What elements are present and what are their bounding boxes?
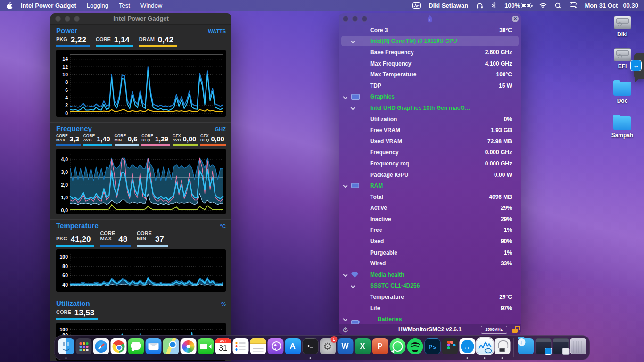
chevron-down-icon[interactable]: [343, 317, 348, 321]
hwmonitor-row[interactable]: Intel(R) Core(TM) i3-10110U CPU: [339, 36, 521, 47]
dock-item-reminders[interactable]: [232, 338, 249, 354]
dock-item-minimized-window[interactable]: [552, 338, 570, 354]
close-icon[interactable]: ✕: [512, 16, 519, 22]
chevron-down-icon[interactable]: [351, 283, 355, 288]
search-icon[interactable]: [555, 2, 561, 9]
svg-text:10: 10: [62, 72, 68, 77]
hwmonitor-row[interactable]: Base Frequency2.600 GHz: [339, 47, 521, 58]
hwmonitor-row[interactable]: SSSTC CL1-4D256: [339, 280, 521, 292]
hwmonitor-row[interactable]: Frequency0.000 GHz: [339, 147, 521, 158]
dock-item-launchpad[interactable]: [75, 338, 92, 354]
hwmonitor-row[interactable]: Frequency req0.000 GHz: [339, 158, 521, 169]
hwmonitor-row[interactable]: Free VRAM1.93 GB: [339, 124, 521, 136]
hwmonitor-row[interactable]: Graphics: [339, 91, 521, 103]
hwmonitor-row[interactable]: Utilization0%: [339, 114, 521, 125]
headphones-icon[interactable]: [476, 2, 483, 9]
control-center-icon[interactable]: [570, 2, 577, 8]
dock-item-facetime[interactable]: [197, 338, 215, 354]
power-gadget-menu-icon[interactable]: [412, 2, 421, 9]
chevron-down-icon[interactable]: [343, 183, 348, 188]
dock-item-trash[interactable]: [570, 338, 587, 354]
menu-window[interactable]: Window: [135, 2, 167, 9]
desktop-icon-label: Diki: [617, 31, 627, 38]
microsoft-excel-icon: X: [355, 338, 371, 354]
menu-user-name[interactable]: Diki Setiawan: [429, 2, 468, 9]
hwmonitor-row[interactable]: Wired33%: [339, 258, 521, 269]
hwmonitor-row[interactable]: Batteries: [339, 313, 521, 324]
wifi-icon[interactable]: [539, 3, 547, 8]
teamviewer-edge-popup[interactable]: ↔: [634, 53, 644, 79]
dock-item-whatsapp[interactable]: [389, 338, 406, 354]
pg-stat-dram: DRAM0,42: [139, 36, 177, 47]
dock-item-maps[interactable]: [162, 338, 180, 354]
folder-icon: [613, 82, 631, 96]
hwmonitor-row[interactable]: Intel UHD Graphics 10th Gen macO…: [339, 102, 521, 114]
gear-icon[interactable]: ⚙: [342, 326, 348, 333]
hwmonitor-row[interactable]: Purgeable1%: [339, 247, 521, 258]
hwmonitor-row[interactable]: Free1%: [339, 225, 521, 236]
hwmonitor-row[interactable]: Inactive29%: [339, 214, 521, 225]
dock-item-downloads-folder[interactable]: ↓: [517, 338, 535, 354]
dock-item-microsoft-powerpoint[interactable]: P: [372, 338, 389, 354]
dock-item-safari[interactable]: [92, 338, 110, 354]
dock-item-podcasts[interactable]: [267, 338, 284, 354]
hwmonitor-row[interactable]: Package IGPU0.00 W: [339, 169, 521, 181]
hw-row-label: Max Temperature: [370, 71, 416, 78]
dock-item-hwmonitorsmc2[interactable]: [494, 338, 511, 354]
menu-time[interactable]: 00.30: [623, 2, 638, 9]
hwmonitor-row[interactable]: Used VRAM72.98 MB: [339, 136, 521, 147]
hwmonitor-row[interactable]: Active29%: [339, 203, 521, 214]
apple-menu-icon[interactable]: [7, 2, 13, 9]
desktop-icon-sampah[interactable]: Sampah: [604, 115, 640, 139]
hwmonitor-row[interactable]: Max Frequency4.100 GHz: [339, 58, 521, 69]
dock-item-microsoft-word[interactable]: W: [337, 338, 354, 354]
pg-titlebar[interactable]: Intel Power Gadget: [50, 13, 231, 25]
dock-item-messages[interactable]: [127, 338, 145, 354]
chevron-down-icon[interactable]: [351, 106, 355, 110]
hwmonitor-row[interactable]: Temperature29°C: [339, 291, 521, 303]
hwmonitor-row[interactable]: Max Temperature100°C: [339, 69, 521, 80]
dock-item-calendar[interactable]: OCT31: [215, 338, 232, 354]
svg-text:4,0: 4,0: [61, 156, 68, 162]
dock-item-terminal[interactable]: >_: [302, 338, 319, 354]
hwmonitor-row[interactable]: Used90%: [339, 236, 521, 247]
lock-icon[interactable]: [512, 329, 518, 333]
dock-item-intel-power-gadget[interactable]: [476, 338, 494, 354]
hwmonitor-row[interactable]: Media health: [339, 269, 521, 280]
dock-item-minimized-window-teamviewer[interactable]: [535, 338, 552, 354]
dock-item-photos[interactable]: [180, 338, 197, 354]
dock-item-chrome[interactable]: [110, 338, 127, 354]
dock-item-photoshop[interactable]: Ps: [424, 338, 441, 354]
chevron-down-icon[interactable]: [343, 94, 348, 99]
hw-titlebar[interactable]: ✕: [339, 13, 521, 25]
cpu-frequency-badge[interactable]: 2500MHz: [481, 326, 507, 334]
pg-traffic-lights[interactable]: [55, 16, 80, 22]
dock-item-teamviewer[interactable]: ↔: [459, 338, 476, 354]
hwmonitor-row[interactable]: TDP15 W: [339, 80, 521, 91]
hwmonitor-row[interactable]: Core 338°C: [339, 25, 521, 36]
chevron-down-icon[interactable]: [343, 272, 348, 277]
dock-item-notes[interactable]: [249, 338, 267, 354]
dock-item-app-store[interactable]: A: [284, 338, 302, 354]
dock-item-finder[interactable]: [58, 338, 75, 354]
menu-app-name[interactable]: Intel Power Gadget: [16, 2, 82, 9]
menu-test[interactable]: Test: [114, 2, 135, 9]
battery-status[interactable]: 100%: [504, 2, 531, 9]
bluetooth-icon[interactable]: [491, 2, 496, 9]
menu-logging[interactable]: Logging: [82, 2, 114, 9]
desktop-icon-diki[interactable]: Diki: [604, 16, 640, 38]
chrome-icon: [110, 338, 126, 354]
hwmonitor-row[interactable]: RAM: [339, 180, 521, 191]
chevron-down-icon[interactable]: [351, 39, 355, 43]
hwmonitor-row[interactable]: Total4096 MB: [339, 191, 521, 203]
dock-item-spotify[interactable]: [406, 338, 424, 354]
dock-item-mail[interactable]: [145, 338, 162, 354]
desktop-icon-doc[interactable]: Doc: [604, 80, 640, 104]
menu-date[interactable]: Mon 31 Oct: [585, 2, 618, 9]
hw-traffic-lights[interactable]: [343, 16, 367, 22]
hwmonitor-row[interactable]: Life97%: [339, 303, 521, 314]
dock-item-microsoft-excel[interactable]: X: [354, 338, 372, 354]
dock-item-figma[interactable]: [441, 338, 459, 354]
dock-item-system-preferences[interactable]: ⚙1: [319, 338, 337, 354]
hw-row-value: 2.600 GHz: [485, 49, 512, 56]
